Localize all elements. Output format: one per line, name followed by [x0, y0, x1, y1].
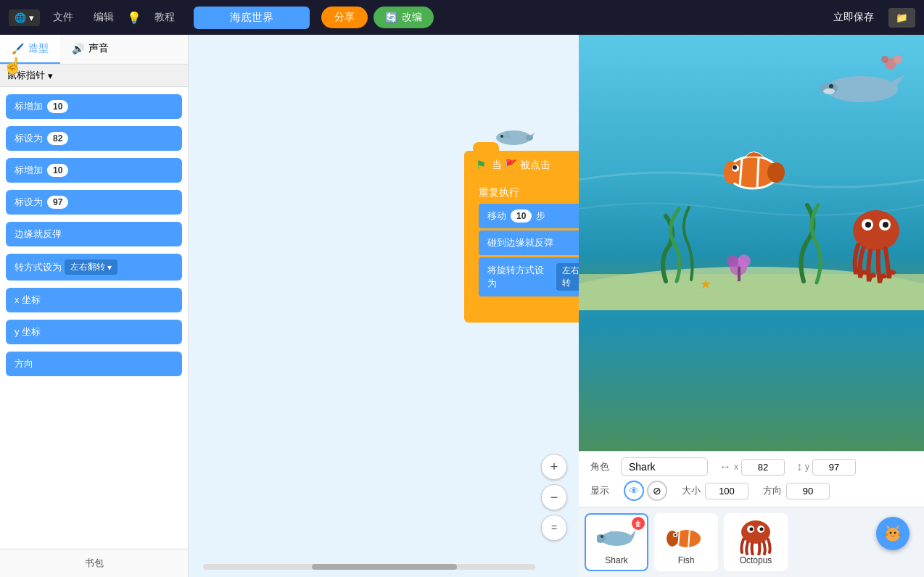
loop-bottom: 🐟 [464, 302, 579, 323]
octopus-card-svg [736, 519, 775, 555]
block-x-increase-value: 10 [47, 100, 68, 113]
block-x-coord-label: x 坐标 [15, 294, 41, 307]
bounce-block[interactable]: 碰到边缘就反弹 [479, 231, 579, 255]
center-scrollbar[interactable] [203, 564, 535, 570]
sprite-x-coord: ↔ x [719, 459, 785, 476]
bag-btn[interactable]: 书包 [0, 549, 188, 577]
move-label: 移动 [487, 209, 506, 223]
block-rotate-dropdown[interactable]: 左右翻转 ▾ [65, 260, 117, 275]
remix-label: 改编 [402, 11, 422, 24]
move-unit: 步 [536, 209, 545, 223]
project-title[interactable]: 海底世界 [194, 7, 310, 29]
sprite-delete-shark-btn[interactable]: 🗑 [632, 517, 645, 530]
center-panel[interactable]: ⚑ 当 🚩 被点击 重复执行 移动 10 步 [189, 35, 579, 577]
sprite-info-row1: 角色 ↔ x ↕ y [590, 457, 912, 476]
hat-block[interactable]: ⚑ 当 🚩 被点击 [464, 151, 579, 179]
y-label: y [805, 462, 809, 472]
rotate-block[interactable]: 将旋转方式设为 左右翻转 ▾ [479, 257, 579, 296]
loop-body: 移动 10 步 碰到边缘就反弹 将旋转方式设为 左右翻转 [479, 204, 579, 296]
svg-point-10 [727, 255, 738, 267]
tab-costume[interactable]: 🖌️ 造型 [0, 35, 60, 64]
ocean-scene-svg [579, 35, 924, 310]
block-rotate-style[interactable]: 转方式设为 左右翻转 ▾ [6, 254, 182, 281]
block-x-coord[interactable]: x 坐标 [6, 288, 182, 312]
x-arrows-icon: ↔ [719, 460, 731, 473]
sprite-y-coord: ↕ y [796, 459, 856, 476]
zoom-out-btn[interactable]: − [541, 484, 567, 510]
sprite-card-shark[interactable]: 🗑 Shark [585, 513, 648, 571]
rotate-block-dropdown[interactable]: 左右翻转 ▾ [556, 263, 579, 291]
sprite-label: 角色 [590, 460, 609, 473]
dropdown-label: 鼠标指针 [7, 69, 45, 82]
shark-card-svg [597, 523, 636, 552]
move-block[interactable]: 移动 10 步 [479, 204, 579, 228]
left-tabs: 🖌️ 造型 🔊 声音 [0, 35, 188, 65]
ocean-background: ⚑ ⛶ [579, 35, 924, 451]
rotate-value-label: 左右翻转 [70, 261, 105, 273]
zoom-in-btn[interactable]: + [541, 454, 567, 480]
block-x-set[interactable]: 标设为 82 [6, 126, 182, 151]
block-y-set-value: 97 [47, 196, 68, 209]
block-y-set-label: 标设为 [15, 196, 43, 209]
svg-point-20 [894, 55, 902, 64]
block-rotate-label: 转方式设为 [15, 261, 62, 274]
svg-point-18 [823, 88, 835, 94]
tutorial-btn[interactable]: 教程 [147, 8, 182, 27]
tab-sound[interactable]: 🔊 声音 [60, 35, 120, 64]
block-y-set[interactable]: 标设为 97 [6, 190, 182, 215]
loop-block[interactable]: 重复执行 移动 10 步 碰到边缘就反弹 [464, 179, 579, 302]
block-y-increase[interactable]: 标增加 10 [6, 158, 182, 183]
svg-point-58 [894, 532, 896, 534]
bulb-icon: 💡 [127, 11, 141, 25]
hat-block-body: ⚑ 当 🚩 被点击 [464, 151, 579, 179]
show-hidden-btn[interactable]: ⊘ [647, 481, 667, 501]
block-y-increase-value: 10 [47, 164, 68, 177]
sound-icon: 🔊 [72, 43, 84, 54]
visibility-btns: 👁 ⊘ [624, 481, 667, 501]
rotate-block-value: 左右翻转 [562, 265, 579, 289]
folder-btn[interactable]: 📁 [888, 8, 915, 28]
right-panel: ⚑ ⛶ [579, 35, 924, 577]
y-value-input[interactable] [812, 459, 856, 476]
svg-point-28 [767, 162, 785, 183]
svg-point-9 [738, 254, 751, 267]
move-value[interactable]: 10 [511, 209, 532, 223]
globe-language-btn[interactable]: 🌐 ▾ [9, 9, 40, 26]
sprite-name-input[interactable] [621, 457, 708, 476]
green-flag-in-block: ⚑ [476, 158, 486, 172]
sprite-card-octopus-label: Octopus [740, 555, 772, 565]
file-menu-btn[interactable]: 文件 [46, 8, 81, 27]
x-value-input[interactable] [741, 459, 785, 476]
block-x-increase-label: 标增加 [15, 100, 43, 113]
size-input[interactable] [705, 483, 748, 499]
dir-input[interactable] [786, 483, 830, 499]
remix-btn[interactable]: 🔄 改编 [374, 7, 434, 28]
loop-header: 重复执行 [479, 185, 579, 204]
code-canvas: ⚑ 当 🚩 被点击 重复执行 移动 10 步 [189, 35, 579, 577]
svg-point-47 [675, 534, 677, 536]
svg-rect-7 [579, 274, 924, 310]
svg-point-34 [865, 222, 871, 228]
size-group: 大小 [682, 483, 748, 499]
svg-point-17 [829, 84, 833, 88]
sprite-card-fish[interactable]: Fish [654, 513, 718, 571]
svg-marker-56 [896, 525, 899, 529]
block-y-coord[interactable]: y 坐标 [6, 320, 182, 344]
block-direction[interactable]: 方向 [6, 352, 182, 376]
costume-icon: 🖌️ [12, 43, 24, 54]
show-visible-btn[interactable]: 👁 [624, 481, 644, 501]
edit-menu-btn[interactable]: 编辑 [86, 8, 121, 27]
zoom-reset-btn[interactable]: = [541, 515, 567, 541]
sprite-card-octopus[interactable]: Octopus [724, 513, 788, 571]
code-block-group[interactable]: ⚑ 当 🚩 被点击 重复执行 移动 10 步 [464, 151, 579, 323]
svg-point-48 [741, 520, 770, 544]
block-x-increase[interactable]: 标增加 10 [6, 94, 182, 119]
save-btn[interactable]: 立即保存 [833, 11, 874, 24]
cat-icon [883, 523, 903, 544]
dropdown-selector[interactable]: 鼠标指针 ▾ [0, 65, 188, 87]
svg-marker-37 [629, 530, 636, 539]
add-sprite-cat-btn[interactable] [876, 517, 909, 550]
share-btn[interactable]: 分享 [321, 7, 368, 28]
stage-area[interactable]: ⚑ ⛶ [579, 35, 924, 451]
block-bounce[interactable]: 边缘就反弹 [6, 222, 182, 246]
